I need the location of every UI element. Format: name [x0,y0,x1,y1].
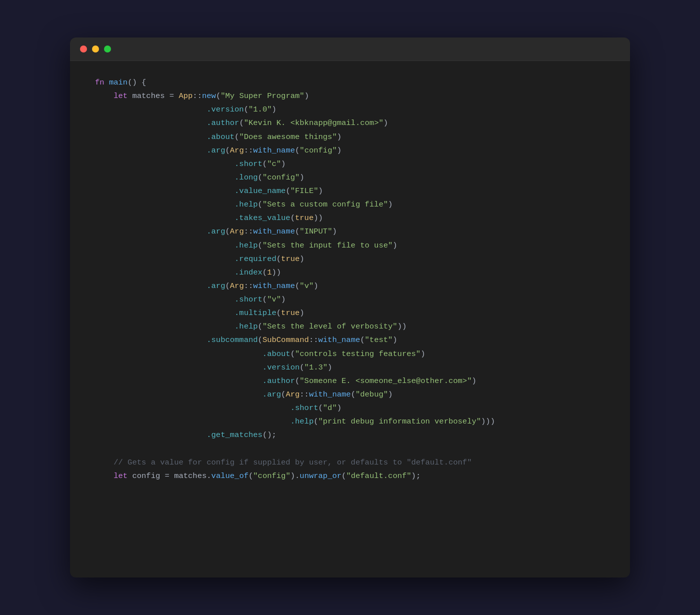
code-line-13: .help("Sets the input file to use") [95,239,605,252]
code-line-18: .multiple(true) [95,306,605,320]
close-dot[interactable] [80,46,87,52]
code-line-7: .short("c") [95,158,605,171]
minimize-dot[interactable] [92,46,99,52]
code-line-29: // Gets a value for config if supplied b… [95,456,605,470]
code-line-20: .subcommand(SubCommand::with_name("test"… [95,334,605,347]
code-line-2: let matches = App::new("My Super Program… [95,90,605,103]
code-line-27: .get_matches(); [95,428,605,442]
code-line-26: .help("print debug information verbosely… [95,415,605,428]
code-line-6: .arg(Arg::with_name("config") [95,144,605,158]
code-line-8: .long("config") [95,171,605,184]
code-line-10: .help("Sets a custom config file") [95,198,605,212]
code-line-17: .short("v") [95,293,605,306]
code-window: fn main() { let matches = App::new("My S… [70,38,630,578]
titlebar [70,38,630,61]
code-line-14: .required(true) [95,252,605,266]
code-editor: fn main() { let matches = App::new("My S… [70,61,630,498]
code-line-19: .help("Sets the level of verbosity")) [95,320,605,334]
code-line-24: .arg(Arg::with_name("debug") [95,388,605,402]
code-line-3: .version("1.0") [95,103,605,116]
code-line-21: .about("controls testing features") [95,348,605,361]
code-line-28 [95,442,605,456]
code-line-1: fn main() { [95,76,605,90]
code-line-11: .takes_value(true)) [95,212,605,225]
code-line-15: .index(1)) [95,266,605,280]
code-line-25: .short("d") [95,402,605,415]
code-line-23: .author("Someone E. <someone_else@other.… [95,374,605,388]
code-line-9: .value_name("FILE") [95,184,605,198]
maximize-dot[interactable] [104,46,111,52]
code-line-16: .arg(Arg::with_name("v") [95,280,605,293]
code-line-5: .about("Does awesome things") [95,130,605,144]
code-line-30: let config = matches.value_of("config").… [95,470,605,483]
code-line-4: .author("Kevin K. <kbknapp@gmail.com>") [95,116,605,130]
code-line-12: .arg(Arg::with_name("INPUT") [95,225,605,238]
code-line-22: .version("1.3") [95,361,605,374]
